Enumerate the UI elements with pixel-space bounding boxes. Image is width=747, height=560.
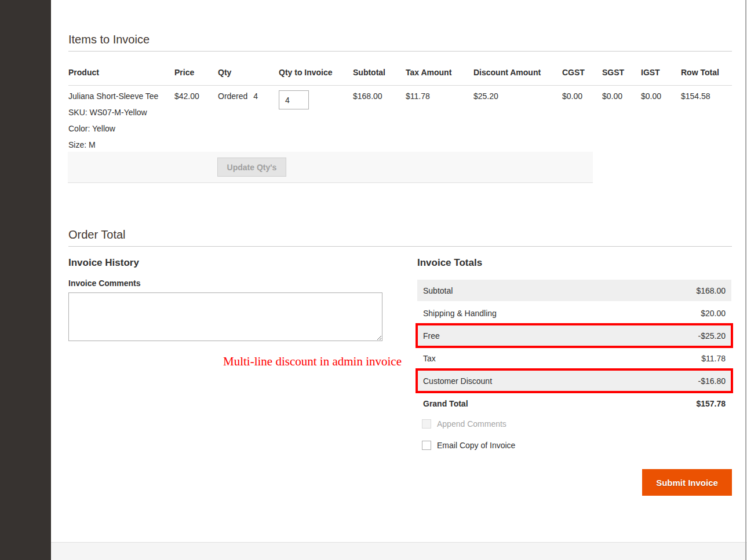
col-header-product: Product [68, 61, 174, 86]
col-header-subtotal: Subtotal [353, 61, 406, 86]
qty-ordered-value: 4 [253, 91, 258, 101]
totals-label: Free [423, 331, 440, 341]
col-header-qty: Qty [218, 61, 279, 86]
append-comments-row: Append Comments [422, 419, 506, 429]
col-header-igst: IGST [641, 61, 681, 86]
totals-label: Subtotal [423, 286, 453, 295]
invoice-history-title: Invoice History [68, 257, 139, 269]
invoice-totals-table: Subtotal $168.00 Shipping & Handling $20… [417, 280, 731, 415]
update-qty-bar: Update Qty's [68, 152, 593, 183]
invoice-comments-label: Invoice Comments [68, 279, 140, 288]
totals-row-grand-total: Grand Total $157.78 [417, 393, 731, 414]
invoice-totals-title: Invoice Totals [417, 257, 482, 269]
order-total-title: Order Total [68, 228, 126, 241]
email-copy-row: Email Copy of Invoice [422, 441, 515, 450]
totals-value: $157.78 [696, 399, 726, 408]
subtotal-cell: $168.00 [353, 86, 406, 156]
totals-row-shipping: Shipping & Handling $20.00 [417, 302, 731, 324]
items-to-invoice-table: Product Price Qty Qty to Invoice Subtota… [68, 61, 732, 155]
item-row: Juliana Short-Sleeve Tee SKU: WS07-M-Yel… [68, 86, 732, 156]
igst-cell: $0.00 [641, 86, 681, 156]
totals-row-customer-discount: Customer Discount -$16.80 [417, 370, 731, 391]
product-name: Juliana Short-Sleeve Tee [68, 91, 171, 101]
red-annotation-text: Multi-line discount in admin invoice [223, 354, 402, 369]
product-cell: Juliana Short-Sleeve Tee SKU: WS07-M-Yel… [68, 86, 174, 156]
totals-value: -$25.20 [698, 331, 726, 341]
product-color: Color: Yellow [68, 124, 171, 133]
col-header-sgst: SGST [602, 61, 641, 86]
qty-to-invoice-cell [279, 86, 353, 156]
totals-row-free-discount: Free -$25.20 [417, 325, 731, 346]
col-header-qty-to-invoice: Qty to Invoice [279, 61, 353, 86]
append-comments-label: Append Comments [437, 419, 506, 429]
page-footer [51, 542, 747, 560]
items-to-invoice-title: Items to Invoice [68, 33, 150, 46]
qty-ordered-label: Ordered [218, 91, 247, 101]
update-qtys-button[interactable]: Update Qty's [217, 158, 286, 177]
qty-to-invoice-input[interactable] [279, 90, 309, 109]
product-size: Size: M [68, 140, 171, 149]
submit-invoice-button[interactable]: Submit Invoice [642, 469, 732, 496]
row-total-cell: $154.58 [681, 86, 732, 156]
totals-value: -$16.80 [698, 376, 726, 386]
totals-label: Customer Discount [423, 376, 492, 386]
invoice-page: Items to Invoice Product Price Qty Qty t… [0, 0, 747, 560]
email-copy-checkbox[interactable] [422, 441, 431, 450]
price-cell: $42.00 [174, 86, 218, 156]
email-copy-label: Email Copy of Invoice [437, 441, 515, 450]
col-header-row-total: Row Total [681, 61, 732, 86]
totals-label: Grand Total [423, 399, 468, 408]
col-header-discount-amount: Discount Amount [473, 61, 562, 86]
totals-value: $11.78 [701, 354, 726, 363]
totals-value: $20.00 [701, 309, 726, 318]
append-comments-checkbox[interactable] [422, 419, 431, 429]
page-right-edge [745, 0, 746, 560]
totals-label: Shipping & Handling [423, 309, 497, 318]
col-header-price: Price [174, 61, 218, 86]
tax-amount-cell: $11.78 [406, 86, 473, 156]
items-title-divider [68, 51, 732, 52]
totals-row-subtotal: Subtotal $168.00 [417, 280, 731, 301]
col-header-tax-amount: Tax Amount [406, 61, 473, 86]
admin-sidebar[interactable] [0, 0, 51, 560]
qty-cell: Ordered 4 [218, 86, 279, 156]
order-total-divider [68, 246, 732, 247]
totals-label: Tax [423, 354, 436, 363]
totals-value: $168.00 [696, 286, 726, 295]
totals-row-tax: Tax $11.78 [417, 347, 731, 369]
discount-amount-cell: $25.20 [473, 86, 562, 156]
col-header-cgst: CGST [562, 61, 602, 86]
main-content: Items to Invoice Product Price Qty Qty t… [51, 0, 747, 543]
invoice-comments-textarea[interactable] [68, 292, 382, 341]
product-sku: SKU: WS07-M-Yellow [68, 108, 171, 117]
items-table-header-row: Product Price Qty Qty to Invoice Subtota… [68, 61, 732, 86]
cgst-cell: $0.00 [562, 86, 602, 156]
sgst-cell: $0.00 [602, 86, 641, 156]
